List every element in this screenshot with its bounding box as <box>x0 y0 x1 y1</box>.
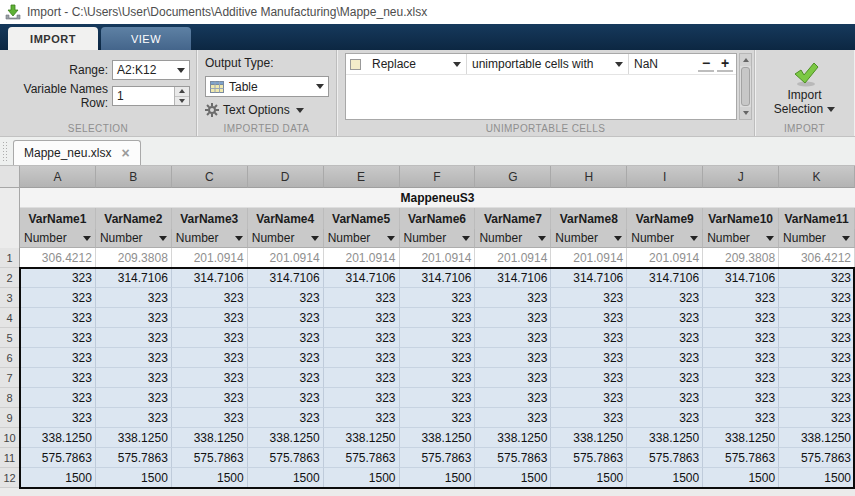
cell[interactable]: 323 <box>20 408 96 428</box>
cell[interactable]: 323 <box>248 328 324 348</box>
cell[interactable]: 323 <box>551 348 627 368</box>
row-number[interactable]: 8 <box>0 388 20 408</box>
cell[interactable]: 209.3808 <box>96 248 172 268</box>
cell[interactable]: 323 <box>703 328 779 348</box>
column-type-dropdown[interactable]: Number <box>627 229 703 248</box>
cell[interactable]: 323 <box>96 308 172 328</box>
variable-name-header[interactable]: VarName1 <box>20 208 96 229</box>
cell[interactable]: 323 <box>779 268 855 288</box>
cell[interactable]: 323 <box>400 368 476 388</box>
cell[interactable]: 323 <box>172 368 248 388</box>
cell[interactable]: 323 <box>96 368 172 388</box>
cell[interactable]: 323 <box>248 388 324 408</box>
cell[interactable]: 323 <box>400 408 476 428</box>
variable-name-header[interactable]: VarName4 <box>248 208 324 229</box>
cell[interactable]: 323 <box>475 308 551 328</box>
column-type-dropdown[interactable]: Number <box>20 229 96 248</box>
variable-name-header[interactable]: VarName2 <box>96 208 172 229</box>
cell[interactable]: 323 <box>324 368 400 388</box>
remove-rule-button[interactable]: − <box>698 56 714 72</box>
cell[interactable]: 201.0914 <box>627 248 703 268</box>
cell[interactable]: 323 <box>627 308 703 328</box>
cell[interactable]: 575.7863 <box>779 448 855 468</box>
cell[interactable]: 314.7106 <box>400 268 476 288</box>
cell[interactable]: 575.7863 <box>703 448 779 468</box>
row-number[interactable]: 2 <box>0 268 20 288</box>
cell[interactable]: 323 <box>551 388 627 408</box>
cell[interactable]: 338.1250 <box>172 428 248 448</box>
cell[interactable]: 314.7106 <box>96 268 172 288</box>
variable-name-header[interactable]: VarName3 <box>172 208 248 229</box>
cell[interactable]: 323 <box>324 328 400 348</box>
cell[interactable]: 323 <box>703 388 779 408</box>
rule-action-dropdown[interactable]: Replace <box>367 54 467 74</box>
cell[interactable]: 338.1250 <box>400 428 476 448</box>
corner-cell[interactable] <box>0 166 20 188</box>
cell[interactable]: 323 <box>551 288 627 308</box>
cell[interactable]: 575.7863 <box>20 448 96 468</box>
document-tab[interactable]: Mappe_neu.xlsx × <box>13 140 141 165</box>
cell[interactable]: 323 <box>248 408 324 428</box>
column-type-dropdown[interactable]: Number <box>475 229 551 248</box>
cell[interactable]: 338.1250 <box>324 428 400 448</box>
cell[interactable]: 338.1250 <box>475 428 551 448</box>
cell[interactable]: 323 <box>172 328 248 348</box>
spinner-up-button[interactable] <box>175 87 189 97</box>
column-type-dropdown[interactable]: Number <box>551 229 627 248</box>
row-number[interactable]: 9 <box>0 408 20 428</box>
cell[interactable]: 575.7863 <box>475 448 551 468</box>
cell[interactable]: 201.0914 <box>248 248 324 268</box>
cell[interactable]: 1500 <box>627 468 703 488</box>
cell[interactable]: 323 <box>551 328 627 348</box>
column-header-k[interactable]: K <box>779 166 855 188</box>
row-number[interactable]: 11 <box>0 448 20 468</box>
cell[interactable]: 323 <box>172 348 248 368</box>
cell[interactable]: 575.7863 <box>248 448 324 468</box>
rules-scrollbar[interactable] <box>739 53 752 120</box>
cell[interactable]: 323 <box>172 388 248 408</box>
cell[interactable]: 323 <box>324 308 400 328</box>
cell[interactable]: 323 <box>779 308 855 328</box>
scroll-down-icon[interactable] <box>740 107 751 119</box>
cell[interactable]: 323 <box>627 328 703 348</box>
variable-names-row-spinner[interactable]: 1 <box>112 86 190 106</box>
cell[interactable]: 323 <box>400 328 476 348</box>
column-header-a[interactable]: A <box>20 166 96 188</box>
cell[interactable]: 314.7106 <box>248 268 324 288</box>
cell[interactable]: 575.7863 <box>551 448 627 468</box>
cell[interactable]: 314.7106 <box>475 268 551 288</box>
cell[interactable]: 338.1250 <box>779 428 855 448</box>
variable-name-header[interactable]: VarName11 <box>779 208 855 229</box>
cell[interactable]: 323 <box>779 388 855 408</box>
cell[interactable]: 323 <box>172 288 248 308</box>
column-type-dropdown[interactable]: Number <box>96 229 172 248</box>
row-number[interactable]: 1 <box>0 248 20 268</box>
cell[interactable]: 306.4212 <box>779 248 855 268</box>
rule-condition-dropdown[interactable]: unimportable cells with <box>467 54 629 74</box>
cell[interactable]: 323 <box>96 348 172 368</box>
column-header-g[interactable]: G <box>475 166 551 188</box>
cell[interactable]: 323 <box>703 288 779 308</box>
column-header-e[interactable]: E <box>324 166 400 188</box>
row-number[interactable]: 5 <box>0 328 20 348</box>
cell[interactable]: 323 <box>627 288 703 308</box>
cell[interactable]: 1500 <box>400 468 476 488</box>
cell[interactable]: 1500 <box>475 468 551 488</box>
variable-name-header[interactable]: VarName5 <box>324 208 400 229</box>
cell[interactable]: 323 <box>475 288 551 308</box>
cell[interactable]: 323 <box>172 408 248 428</box>
variable-name-header[interactable]: VarName7 <box>475 208 551 229</box>
row-number[interactable]: 12 <box>0 468 20 488</box>
cell[interactable]: 323 <box>703 368 779 388</box>
cell[interactable]: 338.1250 <box>20 428 96 448</box>
cell[interactable]: 323 <box>627 348 703 368</box>
cell[interactable]: 1500 <box>551 468 627 488</box>
cell[interactable]: 314.7106 <box>627 268 703 288</box>
cell[interactable]: 314.7106 <box>172 268 248 288</box>
cell[interactable]: 323 <box>96 288 172 308</box>
scroll-up-icon[interactable] <box>740 54 751 66</box>
cell[interactable]: 323 <box>400 388 476 408</box>
output-type-dropdown[interactable]: Table <box>205 76 329 97</box>
cell[interactable]: 323 <box>475 368 551 388</box>
drag-grip-icon[interactable] <box>2 141 9 163</box>
